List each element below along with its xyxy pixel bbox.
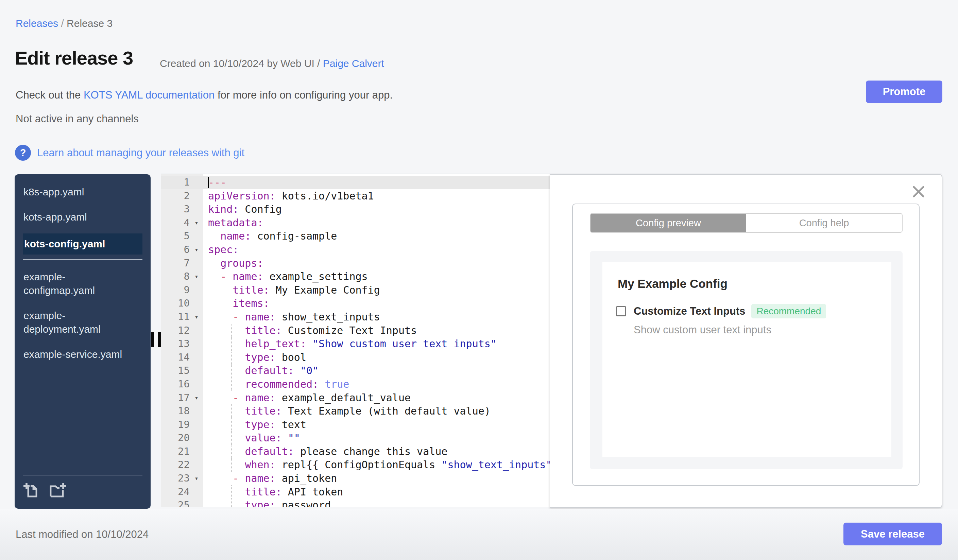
token-plain	[208, 392, 233, 404]
line-number: 10	[161, 297, 190, 310]
breadcrumb: Releases / Release 3	[16, 18, 113, 29]
code-line-12[interactable]: 12 title: Customize Text Inputs	[161, 324, 550, 337]
code-line-20[interactable]: 20 value: ""	[161, 431, 550, 445]
line-number: 16	[161, 378, 190, 391]
token-plain	[306, 338, 312, 350]
line-number: 22	[161, 458, 190, 471]
code-line-5[interactable]: 5 name: config-sample	[161, 229, 550, 243]
token-str: "show_text_inputs"	[441, 459, 550, 471]
code-text: when: repl{{ ConfigOptionEquals "show_te…	[203, 458, 550, 471]
fold-spacer	[190, 445, 203, 459]
file-item-k8s-app-yaml[interactable]: k8s-app.yaml	[23, 183, 143, 201]
gutter-cell: 16	[161, 378, 203, 391]
code-line-10[interactable]: 10 items:	[161, 297, 550, 310]
indent-guide	[231, 458, 232, 471]
token-key: spec:	[208, 244, 239, 256]
indent-guide	[231, 485, 232, 499]
token-plain: text	[276, 419, 306, 430]
close-icon[interactable]	[911, 184, 926, 199]
tab-config-preview[interactable]: Config preview	[590, 214, 746, 232]
file-item-example-deployment-yaml[interactable]: example-deployment.yaml	[23, 307, 143, 338]
gutter-cell: 24	[161, 485, 203, 499]
token-plain	[208, 446, 245, 457]
token-key: apiVersion:	[208, 190, 276, 202]
docs-line: Check out the KOTS YAML documentation fo…	[16, 89, 393, 101]
tab-config-help[interactable]: Config help	[746, 214, 902, 232]
code-line-16[interactable]: 16 recommended: true	[161, 378, 550, 391]
code-line-3[interactable]: 3kind: Config	[161, 202, 550, 216]
token-key: title:	[233, 284, 269, 296]
token-plain	[208, 419, 245, 430]
token-dash: -	[233, 311, 245, 323]
config-item-help-text: Show custom user text inputs	[634, 324, 771, 336]
code-line-7[interactable]: 7 groups:	[161, 256, 550, 270]
code-line-23[interactable]: 23▾ - name: api_token	[161, 471, 550, 485]
line-number: 3	[161, 202, 190, 216]
code-line-22[interactable]: 22 when: repl{{ ConfigOptionEquals "show…	[161, 458, 550, 471]
line-number: 4	[161, 216, 190, 230]
file-tree-footer-divider	[23, 475, 143, 475]
git-releases-link[interactable]: Learn about managing your releases with …	[37, 147, 244, 159]
git-help-row[interactable]: ? Learn about managing your releases wit…	[15, 145, 244, 161]
customize-text-inputs-checkbox[interactable]	[616, 306, 626, 316]
fold-spacer	[190, 297, 203, 310]
code-line-21[interactable]: 21 default: please change this value	[161, 445, 550, 459]
fold-arrow-icon[interactable]: ▾	[190, 471, 203, 485]
code-line-19[interactable]: 19 type: text	[161, 418, 550, 432]
file-item-example-service-yaml[interactable]: example-service.yaml	[23, 346, 143, 363]
gutter-cell: 20	[161, 431, 203, 445]
file-item-kots-config-yaml[interactable]: kots-config.yaml	[23, 233, 143, 255]
config-group-title: My Example Config	[618, 277, 728, 291]
code-line-17[interactable]: 17▾ - name: example_default_value	[161, 391, 550, 405]
file-item-example-configmap-yaml[interactable]: example-configmap.yaml	[23, 268, 143, 299]
gutter-cell: 12	[161, 324, 203, 337]
gutter-cell: 3	[161, 202, 203, 216]
yaml-code-editor[interactable]: 1---2apiVersion: kots.io/v1beta13kind: C…	[161, 174, 550, 507]
file-item-kots-app-yaml[interactable]: kots-app.yaml	[23, 208, 143, 226]
created-line: Created on 10/10/2024 by Web UI / Paige …	[160, 58, 384, 69]
code-line-6[interactable]: 6▾spec:	[161, 243, 550, 256]
fold-arrow-icon[interactable]: ▾	[190, 310, 203, 324]
resize-bar	[158, 332, 161, 347]
add-folder-icon[interactable]	[49, 481, 67, 501]
code-line-1[interactable]: 1---	[161, 176, 550, 189]
token-plain: example_default_value	[276, 392, 411, 404]
token-plain: password	[276, 499, 331, 507]
add-file-icon[interactable]	[23, 481, 41, 501]
code-line-15[interactable]: 15 default: "0"	[161, 364, 550, 378]
code-line-4[interactable]: 4▾metadata:	[161, 216, 550, 230]
fold-arrow-icon[interactable]: ▾	[190, 270, 203, 283]
kots-yaml-docs-link[interactable]: KOTS YAML documentation	[84, 89, 214, 101]
code-line-25[interactable]: 25 type: password	[161, 498, 550, 507]
token-key: title:	[245, 324, 281, 336]
code-line-11[interactable]: 11▾ - name: show_text_inputs	[161, 310, 550, 324]
indent-guide	[231, 431, 232, 445]
code-line-8[interactable]: 8▾ - name: example_settings	[161, 270, 550, 283]
editor-code-lines: 1---2apiVersion: kots.io/v1beta13kind: C…	[161, 176, 550, 507]
resize-bar	[151, 332, 154, 347]
fold-spacer	[190, 418, 203, 432]
code-line-18[interactable]: 18 title: Text Example (with default val…	[161, 404, 550, 418]
file-name-text: kots-config.yaml	[24, 237, 142, 251]
save-release-button[interactable]: Save release	[844, 523, 942, 546]
fold-arrow-icon[interactable]: ▾	[190, 391, 203, 405]
fold-arrow-icon[interactable]: ▾	[190, 216, 203, 230]
fold-arrow-icon[interactable]: ▾	[190, 243, 203, 256]
promote-button[interactable]: Promote	[866, 81, 942, 103]
fold-spacer	[190, 229, 203, 243]
token-key: when:	[245, 459, 275, 471]
question-mark-icon: ?	[15, 145, 31, 161]
footer-bar: Last modified on 10/10/2024	[0, 509, 958, 560]
gutter-cell: 2	[161, 189, 203, 203]
line-number: 1	[161, 176, 190, 189]
code-line-13[interactable]: 13 help_text: "Show custom user text inp…	[161, 337, 550, 351]
code-line-24[interactable]: 24 title: API token	[161, 485, 550, 499]
gutter-cell: 7	[161, 256, 203, 270]
breadcrumb-releases-link[interactable]: Releases	[16, 18, 58, 29]
gutter-cell: 22	[161, 458, 203, 471]
author-link[interactable]: Paige Calvert	[323, 58, 384, 69]
token-key: name:	[220, 230, 251, 242]
code-line-9[interactable]: 9 title: My Example Config	[161, 283, 550, 297]
code-line-2[interactable]: 2apiVersion: kots.io/v1beta1	[161, 189, 550, 203]
code-line-14[interactable]: 14 type: bool	[161, 351, 550, 364]
